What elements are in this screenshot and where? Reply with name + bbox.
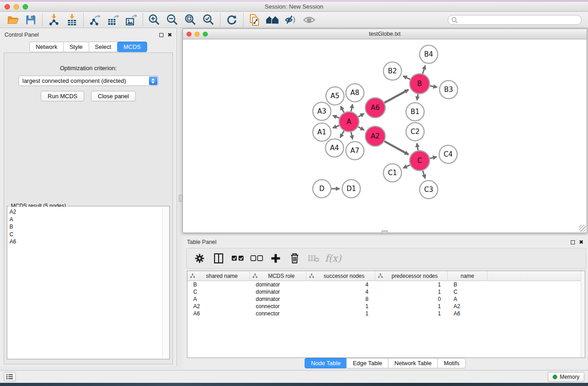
graph-edge-A-A5[interactable] <box>340 106 344 113</box>
network-graph[interactable]: AA1A2A3A4A5A6A7A8BB1B2B3B4CC1C2C3C4DD1 <box>183 39 587 233</box>
column-header-successor-nodes[interactable]: successor nodes <box>306 271 375 281</box>
tab-network-table[interactable]: Network Table <box>388 358 438 368</box>
graph-node-C2[interactable]: C2 <box>406 123 424 141</box>
graph-edge-A-A1[interactable] <box>333 125 339 128</box>
run-mcds-button[interactable]: Run MCDS <box>41 91 84 101</box>
mcds-result-list[interactable]: A2ABCA6 <box>8 207 162 358</box>
graph-edge-A-A6[interactable] <box>358 114 364 117</box>
tab-edge-table[interactable]: Edge Table <box>346 358 388 368</box>
graph-node-C3[interactable]: C3 <box>420 181 438 199</box>
refresh-button[interactable] <box>223 13 241 27</box>
tab-motifs[interactable]: Motifs <box>437 358 466 368</box>
zoom-out-button[interactable] <box>163 13 182 27</box>
graph-edge-C-C4[interactable] <box>430 157 436 158</box>
save-session-button[interactable] <box>22 13 40 27</box>
graph-node-A2[interactable]: A2 <box>365 126 385 146</box>
first-neighbors-button[interactable] <box>264 13 282 27</box>
preview-button[interactable] <box>300 13 318 27</box>
graph-node-A1[interactable]: A1 <box>313 123 331 141</box>
graph-edge-B-B2[interactable] <box>403 76 411 79</box>
graph-node-B1[interactable]: B1 <box>406 103 424 121</box>
graph-edge-B-B4[interactable] <box>423 66 425 74</box>
search-input[interactable] <box>448 15 582 25</box>
graph-edge-A-A7[interactable] <box>351 132 353 139</box>
zoom-fit-button[interactable] <box>182 13 200 27</box>
graph-node-B[interactable]: B <box>410 74 430 94</box>
node-table[interactable]: shared nameMCDS rolesuccessor nodesprede… <box>187 271 585 358</box>
graph-node-A7[interactable]: A7 <box>346 142 364 160</box>
graph-node-D1[interactable]: D1 <box>342 180 360 198</box>
graph-edge-A2-C[interactable] <box>384 141 408 154</box>
graph-edge-A-A8[interactable] <box>351 104 353 111</box>
horizontal-splitter-handle[interactable] <box>382 230 388 234</box>
function-builder-button[interactable]: f(x) <box>325 253 341 264</box>
list-item[interactable]: B <box>10 223 162 231</box>
float-panel-icon[interactable] <box>571 240 575 244</box>
list-item[interactable]: A2 <box>10 208 162 216</box>
graph-node-A6[interactable]: A6 <box>365 98 385 118</box>
delete-table-button[interactable] <box>305 250 322 267</box>
export-table-button[interactable] <box>104 13 122 27</box>
list-item[interactable]: A6 <box>10 238 162 246</box>
zoom-selected-button[interactable] <box>200 13 218 27</box>
delete-column-button[interactable] <box>286 250 303 267</box>
graph-node-B4[interactable]: B4 <box>420 45 438 63</box>
task-history-button[interactable] <box>4 372 16 381</box>
graph-node-A5[interactable]: A5 <box>326 87 344 105</box>
graph-node-A3[interactable]: A3 <box>313 102 331 120</box>
table-row[interactable]: Bdominator41B <box>187 281 585 288</box>
graph-edge-B-B1[interactable] <box>417 94 418 100</box>
graph-edge-A-A3[interactable] <box>333 115 339 118</box>
graph-edge-C-C2[interactable] <box>417 143 418 151</box>
tab-node-table[interactable]: Node Table <box>305 358 347 368</box>
list-item[interactable]: C <box>10 231 162 238</box>
graph-edge-A-A2[interactable] <box>358 127 364 130</box>
result-scrollbar[interactable] <box>162 207 169 358</box>
deselect-all-columns-button[interactable] <box>248 250 265 267</box>
table-row[interactable]: Adominator80A <box>187 295 585 303</box>
table-row[interactable]: Cdominator41C <box>187 288 585 295</box>
close-panel-icon[interactable]: ✖ <box>579 239 583 245</box>
graph-node-C1[interactable]: C1 <box>383 164 402 182</box>
table-row[interactable]: A6connector11A6 <box>187 310 585 317</box>
import-table-button[interactable] <box>63 13 81 27</box>
criterion-dropdown[interactable]: largest connected component (directed) <box>19 76 158 86</box>
graph-node-C4[interactable]: C4 <box>439 145 457 163</box>
graph-node-D[interactable]: D <box>313 180 331 198</box>
graph-edge-B-B3[interactable] <box>430 86 437 87</box>
graph-node-A8[interactable]: A8 <box>346 84 364 102</box>
network-window-titlebar[interactable]: testGlobe.txt <box>183 29 587 39</box>
graph-edge-C-C1[interactable] <box>403 165 410 168</box>
column-header-name[interactable]: name <box>448 271 488 281</box>
open-session-button[interactable] <box>4 13 22 27</box>
float-panel-icon[interactable] <box>159 33 163 37</box>
graph-node-A4[interactable]: A4 <box>325 139 344 157</box>
resize-grip-icon[interactable] <box>579 225 586 232</box>
tab-network[interactable]: Network <box>29 42 64 52</box>
table-settings-button[interactable] <box>191 250 208 267</box>
copy-network-button[interactable] <box>246 13 264 27</box>
column-header-MCDS-role[interactable]: MCDS role <box>250 271 306 281</box>
table-row[interactable]: A2connector11A2 <box>187 303 585 310</box>
column-header-shared-name[interactable]: shared name <box>187 271 250 281</box>
vertical-splitter-handle[interactable] <box>179 195 182 202</box>
table-scrollbar[interactable] <box>581 271 585 357</box>
network-canvas[interactable]: AA1A2A3A4A5A6A7A8BB1B2B3B4CC1C2C3C4DD1 <box>183 39 587 233</box>
zoom-in-button[interactable] <box>145 13 163 27</box>
graph-node-C[interactable]: C <box>410 151 430 171</box>
column-header-predecessor-nodes[interactable]: predecessor nodes <box>375 271 448 281</box>
graph-edge-A-A4[interactable] <box>340 131 344 138</box>
close-panel-button[interactable]: Close panel <box>91 91 136 101</box>
show-columns-button[interactable] <box>210 250 227 267</box>
list-item[interactable]: A <box>10 216 162 224</box>
table-body[interactable]: Bdominator41BCdominator41CAdominator80AA… <box>187 281 585 317</box>
select-all-columns-button[interactable] <box>229 250 246 267</box>
export-image-button[interactable] <box>122 13 140 27</box>
graph-edge-C-C3[interactable] <box>423 171 425 178</box>
memory-button[interactable]: Memory <box>548 372 584 382</box>
tab-select[interactable]: Select <box>89 42 118 52</box>
graphics-details-button[interactable] <box>282 13 300 27</box>
graph-edge-A6-B[interactable] <box>384 90 408 103</box>
tab-mcds[interactable]: MCDS <box>117 42 147 52</box>
create-column-button[interactable] <box>267 250 284 267</box>
